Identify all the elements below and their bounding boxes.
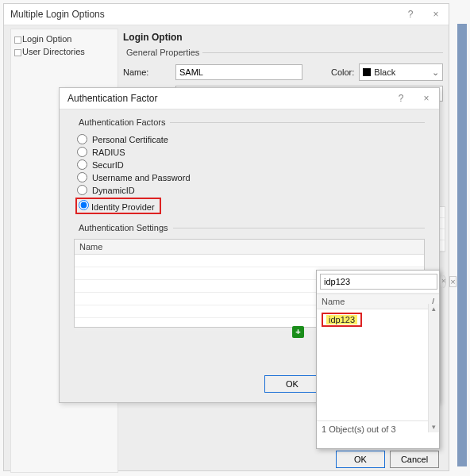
radio-radius[interactable]: RADIUS [77,147,425,157]
chooser-header[interactable]: Name / [317,294,439,309]
list-item[interactable]: idp123 [322,313,434,327]
help-icon[interactable]: ? [401,4,420,25]
tree-item-user-directories[interactable]: User Directories [13,45,116,58]
help-icon[interactable]: ? [391,88,410,109]
radio-label: Personal Certificate [92,135,168,144]
side-accent [457,24,467,466]
radio-input[interactable] [77,134,87,144]
main-titlebar: Multiple Login Options ? × [4,4,449,25]
radio-label: DynamicID [92,186,135,195]
grid-header-name[interactable]: Name [75,240,424,255]
radio-input[interactable] [77,172,87,182]
cancel-button[interactable]: Cancel [390,451,439,468]
af-ok-button[interactable]: OK [264,375,320,393]
radio-input[interactable] [79,200,89,210]
auth-factors-group: Authentication Factors Personal Certific… [74,117,425,217]
chooser-search-row: × × [317,271,439,294]
chooser-footer: 1 Object(s) out of 3 [317,421,439,437]
page-title: Login Option [123,32,442,43]
color-select[interactable]: Black ⌄ [359,63,443,81]
ok-button[interactable]: OK [336,451,385,468]
general-properties-legend: General Properties [123,48,202,57]
scroll-down-icon[interactable]: ▾ [429,422,439,432]
af-titlebar: Authentication Factor ? × [60,88,439,109]
color-value: Black [374,67,395,77]
radio-input[interactable] [77,185,87,195]
chooser-close-icon[interactable]: × [449,276,456,287]
radio-personal-certificate[interactable]: Personal Certificate [77,134,425,144]
chevron-down-icon: ⌄ [432,67,439,78]
radio-username-password[interactable]: Username and Password [77,172,425,182]
color-swatch-icon [363,68,371,76]
scroll-up-icon[interactable]: ▴ [429,304,439,314]
result-text: idp123 [326,315,357,324]
main-window-title: Multiple Login Options [10,9,105,20]
af-title-text: Authentication Factor [67,93,157,104]
radio-dynamicid[interactable]: DynamicID [77,185,425,195]
add-icon[interactable]: + [292,326,304,338]
chooser-header-name: Name [322,294,345,309]
name-label: Name: [123,67,171,77]
name-input[interactable] [175,64,302,80]
object-chooser-popup: × × Name / idp123 1 Object(s) out of 3 ▴… [316,270,440,449]
radio-identity-provider[interactable]: Identity Provider [77,198,425,214]
color-label: Color: [331,67,354,77]
radio-input[interactable] [77,147,87,157]
radio-input[interactable] [77,159,87,170]
tree-item-login-option[interactable]: Login Option [13,33,116,45]
auth-settings-legend: Authentication Settings [74,223,173,232]
close-icon[interactable]: × [417,88,436,109]
radio-label: RADIUS [92,148,125,157]
radio-label: SecurID [92,160,124,170]
radio-label: Identity Provider [91,202,154,212]
radio-label: Username and Password [92,173,191,182]
scrollbar[interactable]: ▴ ▾ [428,304,439,432]
auth-factors-legend: Authentication Factors [74,117,170,127]
search-input[interactable] [320,274,437,290]
radio-securid[interactable]: SecurID [77,159,425,170]
chooser-results: idp123 [317,309,439,421]
close-icon[interactable]: × [426,4,445,25]
